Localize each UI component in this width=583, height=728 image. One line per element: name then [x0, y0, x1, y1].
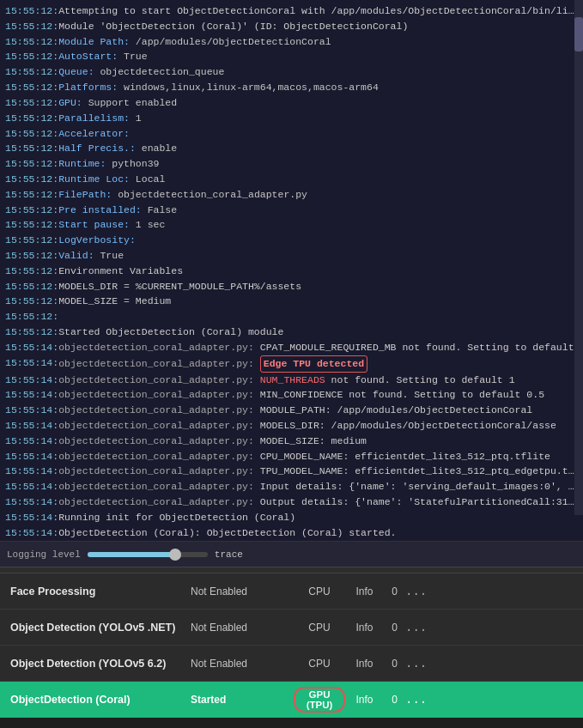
log-line: 15:55:12: Queue: objectdetection_queue — [5, 64, 578, 80]
log-line: 15:55:14: objectdetection_coral_adapter.… — [5, 403, 578, 418]
log-line: 15:55:12: — [5, 309, 578, 325]
log-line: 15:55:12: Parallelism: 1 — [5, 111, 578, 126]
log-line-edge-tpu: 15:55:14: objectdetection_coral_adapter.… — [5, 355, 578, 373]
log-line: 15:55:14: objectdetection_coral_adapter.… — [5, 418, 578, 434]
section-divider — [0, 567, 583, 573]
logging-level-label: Logging level — [7, 549, 81, 560]
module-row-coral: ObjectDetection (Coral) Started GPU (TPU… — [0, 682, 583, 718]
module-count: 0 — [384, 658, 405, 670]
module-menu-button[interactable]: ... — [405, 693, 427, 707]
module-count: 0 — [384, 585, 405, 598]
logging-trace-label: trace — [215, 549, 243, 560]
log-line: 15:55:12: Attempting to start ObjectDete… — [5, 3, 578, 19]
log-line: 15:55:12: Started ObjectDetection (Coral… — [5, 325, 578, 340]
log-content: 15:55:12: Attempting to start ObjectDete… — [0, 0, 583, 541]
log-line: 15:55:12: AutoStart: True — [5, 49, 578, 64]
log-line: 15:55:12: LogVerbosity: — [5, 233, 578, 248]
logging-slider[interactable] — [88, 552, 208, 557]
module-info-button[interactable]: Info — [345, 622, 384, 634]
module-info-button[interactable]: Info — [345, 658, 384, 670]
module-menu-button[interactable]: ... — [405, 585, 427, 598]
log-line: 15:55:12: MODELS_DIR = %CURRENT_MODULE_P… — [5, 279, 578, 294]
logging-slider-fill — [88, 552, 178, 557]
log-line: 15:55:14: ObjectDetection (Coral): Objec… — [5, 525, 578, 541]
log-line: 15:55:12: GPU: Support enabled — [5, 95, 578, 111]
log-line: 15:55:14: objectdetection_coral_adapter.… — [5, 387, 578, 403]
module-name: Face Processing — [10, 585, 191, 598]
edge-tpu-badge: Edge TPU detected — [260, 355, 367, 373]
log-line: 15:55:12: Runtime Loc: Local — [5, 172, 578, 187]
log-line: 15:55:12: Start pause: 1 sec — [5, 217, 578, 233]
logging-bar: Logging level trace — [0, 541, 583, 567]
module-count: 0 — [384, 694, 405, 706]
log-line: 15:55:12: Module 'ObjectDetection (Coral… — [5, 19, 578, 34]
module-row-face-processing: Face Processing Not Enabled CPU Info 0 .… — [0, 573, 583, 610]
scrollbar-thumb[interactable] — [574, 17, 583, 52]
log-line: 15:55:14: objectdetection_coral_adapter.… — [5, 340, 578, 355]
module-cpu: CPU — [294, 622, 345, 634]
module-menu-button[interactable]: ... — [405, 657, 427, 670]
log-line: 15:55:12: FilePath: objectdetection_cora… — [5, 187, 578, 203]
module-gpu-tpu: GPU (TPU) — [294, 687, 345, 713]
log-line: 15:55:14: objectdetection_coral_adapter.… — [5, 479, 578, 494]
module-name: Object Detection (YOLOv5 .NET) — [10, 622, 191, 634]
module-cpu: CPU — [294, 585, 345, 598]
module-cpu: CPU — [294, 658, 345, 670]
module-count: 0 — [384, 622, 405, 634]
module-info-button[interactable]: Info — [345, 694, 384, 706]
log-line: 15:55:12: Valid: True — [5, 248, 578, 264]
module-status: Started — [191, 694, 294, 706]
log-line: 15:55:12: Pre installed: False — [5, 203, 578, 218]
log-line: 15:55:14: Running init for ObjectDetecti… — [5, 510, 578, 525]
module-name: ObjectDetection (Coral) — [10, 694, 191, 706]
log-line: 15:55:12: Environment Variables — [5, 264, 578, 279]
module-name: Object Detection (YOLOv5 6.2) — [10, 658, 191, 670]
module-status: Not Enabled — [191, 585, 294, 598]
module-status: Not Enabled — [191, 658, 294, 670]
logging-slider-thumb[interactable] — [169, 549, 181, 561]
modules-panel: Face Processing Not Enabled CPU Info 0 .… — [0, 573, 583, 718]
log-line: 15:55:12: MODEL_SIZE = Medium — [5, 294, 578, 309]
module-info-button[interactable]: Info — [345, 585, 384, 598]
module-row-yolov5-62: Object Detection (YOLOv5 6.2) Not Enable… — [0, 646, 583, 682]
log-line: 15:55:14: objectdetection_coral_adapter.… — [5, 373, 578, 388]
scrollbar[interactable] — [574, 0, 583, 515]
log-line: 15:55:12: Module Path: /app/modules/Obje… — [5, 34, 578, 50]
module-menu-button[interactable]: ... — [405, 621, 427, 634]
log-line: 15:55:12: Runtime: python39 — [5, 156, 578, 172]
log-line: 15:55:12: Accelerator: — [5, 126, 578, 142]
log-line: 15:55:12: Platforms: windows,linux,linux… — [5, 80, 578, 95]
log-line: 15:55:14: objectdetection_coral_adapter.… — [5, 464, 578, 479]
log-line: 15:55:12: Half Precis.: enable — [5, 141, 578, 156]
module-row-yolov5-net: Object Detection (YOLOv5 .NET) Not Enabl… — [0, 610, 583, 646]
log-line: 15:55:14: objectdetection_coral_adapter.… — [5, 434, 578, 449]
log-line: 15:55:14: objectdetection_coral_adapter.… — [5, 449, 578, 464]
log-panel: 15:55:12: Attempting to start ObjectDete… — [0, 0, 583, 541]
gpu-tpu-badge: GPU (TPU) — [294, 687, 345, 713]
log-line: 15:55:14: objectdetection_coral_adapter.… — [5, 494, 578, 510]
module-status: Not Enabled — [191, 622, 294, 634]
